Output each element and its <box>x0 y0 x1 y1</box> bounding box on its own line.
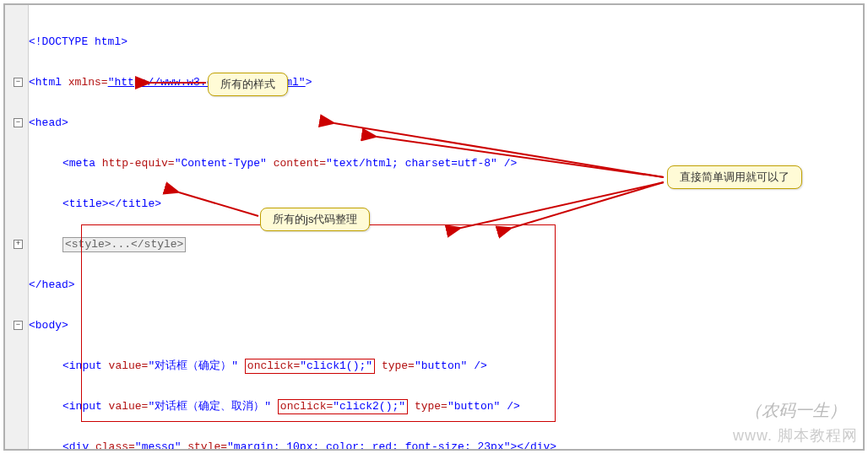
gutter <box>5 5 29 449</box>
ct: "text/html; charset=utf-8" <box>326 157 497 170</box>
ct: /> <box>497 157 517 170</box>
ct: "click1();" <box>300 359 372 372</box>
ct: > <box>306 76 312 89</box>
ct: value= <box>109 400 149 413</box>
ct: "Content-Type" <box>175 157 267 170</box>
watermark-site: www. 脚本教程网 <box>733 425 858 446</box>
ct: content= <box>267 157 326 170</box>
ct: <input <box>62 359 109 373</box>
fold-icon[interactable]: − <box>14 321 23 330</box>
ct: onclick= <box>280 400 333 413</box>
ct: /> <box>467 359 486 373</box>
ct: type= <box>375 359 415 373</box>
style-collapsed[interactable]: <style>...</style> <box>62 237 186 252</box>
fold-icon[interactable]: − <box>14 78 23 87</box>
ct: "messg" <box>135 440 182 451</box>
ct: ></div> <box>511 440 557 451</box>
code-text: <!DOCTYPE html> <box>29 35 127 49</box>
ct: /> <box>500 400 519 413</box>
ct: value= <box>109 359 149 373</box>
ct: <body> <box>29 319 68 332</box>
ct: onclick= <box>247 359 300 372</box>
ct: <div <box>62 440 95 451</box>
ct: xmlns= <box>68 76 108 89</box>
fold-icon[interactable]: − <box>14 118 23 127</box>
ct: "对话框（确定）" <box>148 359 238 373</box>
code-editor: <!DOCTYPE html> −<html xmlns="http://www… <box>3 3 865 451</box>
fold-icon[interactable]: + <box>14 240 23 249</box>
ct: type= <box>408 400 448 413</box>
ct: <meta <box>62 157 102 170</box>
code-area[interactable]: <!DOCTYPE html> −<html xmlns="http://www… <box>29 8 860 451</box>
ct: "margin: 10px; color: red; font-size: 23… <box>227 440 510 451</box>
ct: "对话框（确定、取消）" <box>148 400 271 413</box>
ct: <head> <box>29 116 68 130</box>
ct: <title></title> <box>62 197 161 211</box>
callout-call: 直接简单调用就可以了 <box>667 165 802 189</box>
ct: <html <box>29 76 68 89</box>
ct: "button" <box>415 359 467 373</box>
ct: "click2();" <box>333 400 405 413</box>
ct: "button" <box>448 400 500 413</box>
ct: class= <box>95 440 135 451</box>
ct: </head> <box>29 278 75 292</box>
callout-js: 所有的js代码整理 <box>260 208 370 231</box>
ct: <input <box>62 400 109 413</box>
ct: http-equiv= <box>102 157 175 170</box>
watermark-text: （农码一生） <box>745 399 846 422</box>
callout-styles: 所有的样式 <box>208 73 288 96</box>
ct: style= <box>181 440 227 451</box>
